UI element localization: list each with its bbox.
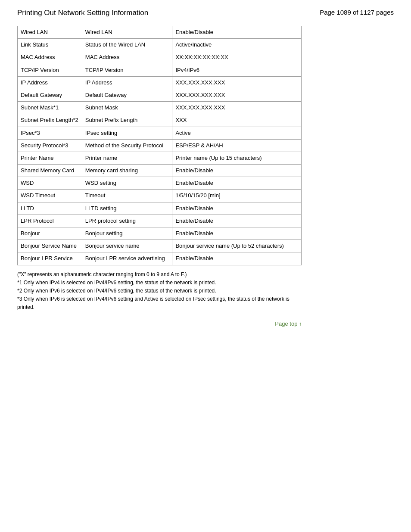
table-cell-col2: WSD setting xyxy=(82,177,172,190)
table-cell-col3: ESP/ESP & AH/AH xyxy=(172,139,302,152)
table-cell-col1: IP Address xyxy=(18,76,82,89)
table-cell-col1: MAC Address xyxy=(18,51,82,64)
table-cell-col3: IPv4/IPv6 xyxy=(172,64,302,76)
footnote-3: *3 Only when IPv6 is selected on IPv4/IP… xyxy=(17,295,302,311)
table-row: Wired LANWired LANEnable/Disable xyxy=(18,26,302,39)
table-cell-col3: Enable/Disable xyxy=(172,252,302,265)
table-row: IP AddressIP AddressXXX.XXX.XXX.XXX xyxy=(18,76,302,89)
table-cell-col1: Shared Memory Card xyxy=(18,165,82,177)
table-cell-col2: Bonjour setting xyxy=(82,227,172,240)
table-cell-col1: Security Protocol*3 xyxy=(18,139,82,152)
table-cell-col2: IPsec setting xyxy=(82,127,172,139)
table-cell-col1: WSD xyxy=(18,177,82,190)
table-cell-col1: LPR Protocol xyxy=(18,215,82,227)
footnotes: ("X" represents an alphanumeric characte… xyxy=(17,271,302,312)
table-cell-col1: Bonjour Service Name xyxy=(18,240,82,252)
page-title: Printing Out Network Setting Information xyxy=(17,9,148,17)
footnote-1: *1 Only when IPv4 is selected on IPv4/IP… xyxy=(17,279,302,287)
table-row: WSDWSD settingEnable/Disable xyxy=(18,177,302,190)
table-cell-col1: WSD Timeout xyxy=(18,190,82,202)
table-cell-col2: TCP/IP Version xyxy=(82,64,172,76)
table-row: WSD TimeoutTimeout1/5/10/15/20 [min] xyxy=(18,190,302,202)
page-number: Page 1089 of 1127 pages xyxy=(320,9,394,16)
table-row: Security Protocol*3Method of the Securit… xyxy=(18,139,302,152)
table-cell-col2: Printer name xyxy=(82,152,172,164)
page-top-arrow: ↑ xyxy=(299,321,302,327)
table-cell-col1: Bonjour LPR Service xyxy=(18,252,82,265)
table-row: Bonjour LPR ServiceBonjour LPR service a… xyxy=(18,252,302,265)
table-row: Bonjour Service NameBonjour service name… xyxy=(18,240,302,252)
table-cell-col3: Enable/Disable xyxy=(172,177,302,190)
table-cell-col3: Enable/Disable xyxy=(172,227,302,240)
table-cell-col2: LLTD setting xyxy=(82,202,172,215)
table-cell-col3: Bonjour service name (Up to 52 character… xyxy=(172,240,302,252)
table-cell-col3: Enable/Disable xyxy=(172,26,302,39)
table-cell-col3: Active xyxy=(172,127,302,139)
table-cell-col1: Bonjour xyxy=(18,227,82,240)
table-cell-col1: Subnet Mask*1 xyxy=(18,102,82,114)
table-row: Default GatewayDefault GatewayXXX.XXX.XX… xyxy=(18,89,302,101)
table-cell-col2: Status of the Wired LAN xyxy=(82,39,172,51)
page-top-label: Page top xyxy=(275,320,297,327)
table-row: TCP/IP VersionTCP/IP VersionIPv4/IPv6 xyxy=(18,64,302,76)
footnote-0: ("X" represents an alphanumeric characte… xyxy=(17,271,302,279)
table-row: Printer NamePrinter namePrinter name (Up… xyxy=(18,152,302,164)
network-settings-table: Wired LANWired LANEnable/DisableLink Sta… xyxy=(17,26,302,265)
table-cell-col1: LLTD xyxy=(18,202,82,215)
table-cell-col1: Link Status xyxy=(18,39,82,51)
table-row: Subnet Prefix Length*2Subnet Prefix Leng… xyxy=(18,114,302,127)
table-row: BonjourBonjour settingEnable/Disable xyxy=(18,227,302,240)
table-row: Shared Memory CardMemory card sharingEna… xyxy=(18,165,302,177)
table-cell-col2: Memory card sharing xyxy=(82,165,172,177)
table-cell-col2: LPR protocol setting xyxy=(82,215,172,227)
table-row: Link StatusStatus of the Wired LANActive… xyxy=(18,39,302,51)
table-cell-col2: Subnet Mask xyxy=(82,102,172,114)
table-cell-col3: 1/5/10/15/20 [min] xyxy=(172,190,302,202)
table-cell-col2: Default Gateway xyxy=(82,89,172,101)
table-cell-col3: XXX.XXX.XXX.XXX xyxy=(172,102,302,114)
table-cell-col2: Timeout xyxy=(82,190,172,202)
table-cell-col2: MAC Address xyxy=(82,51,172,64)
table-row: IPsec*3IPsec settingActive xyxy=(18,127,302,139)
footnote-2: *2 Only when IPv6 is selected on IPv4/IP… xyxy=(17,287,302,295)
table-row: LPR ProtocolLPR protocol settingEnable/D… xyxy=(18,215,302,227)
table-cell-col3: XXX.XXX.XXX.XXX xyxy=(172,76,302,89)
table-row: LLTDLLTD settingEnable/Disable xyxy=(18,202,302,215)
table-cell-col2: Method of the Security Protocol xyxy=(82,139,172,152)
table-cell-col1: Printer Name xyxy=(18,152,82,164)
table-cell-col2: IP Address xyxy=(82,76,172,89)
table-cell-col3: Printer name (Up to 15 characters) xyxy=(172,152,302,164)
table-cell-col3: XXX xyxy=(172,114,302,127)
table-cell-col1: Wired LAN xyxy=(18,26,82,39)
table-cell-col3: XX:XX:XX:XX:XX:XX xyxy=(172,51,302,64)
table-cell-col1: IPsec*3 xyxy=(18,127,82,139)
table-cell-col3: XXX.XXX.XXX.XXX xyxy=(172,89,302,101)
table-cell-col2: Subnet Prefix Length xyxy=(82,114,172,127)
table-cell-col1: Subnet Prefix Length*2 xyxy=(18,114,82,127)
table-cell-col3: Enable/Disable xyxy=(172,165,302,177)
page-top-link[interactable]: Page top ↑ xyxy=(17,320,302,327)
table-cell-col1: TCP/IP Version xyxy=(18,64,82,76)
table-cell-col2: Bonjour LPR service advertising xyxy=(82,252,172,265)
table-cell-col3: Active/Inactive xyxy=(172,39,302,51)
table-cell-col3: Enable/Disable xyxy=(172,215,302,227)
table-cell-col3: Enable/Disable xyxy=(172,202,302,215)
table-cell-col2: Wired LAN xyxy=(82,26,172,39)
table-row: MAC AddressMAC AddressXX:XX:XX:XX:XX:XX xyxy=(18,51,302,64)
table-row: Subnet Mask*1Subnet MaskXXX.XXX.XXX.XXX xyxy=(18,102,302,114)
table-cell-col2: Bonjour service name xyxy=(82,240,172,252)
table-cell-col1: Default Gateway xyxy=(18,89,82,101)
page-header: Printing Out Network Setting Information… xyxy=(17,9,394,17)
